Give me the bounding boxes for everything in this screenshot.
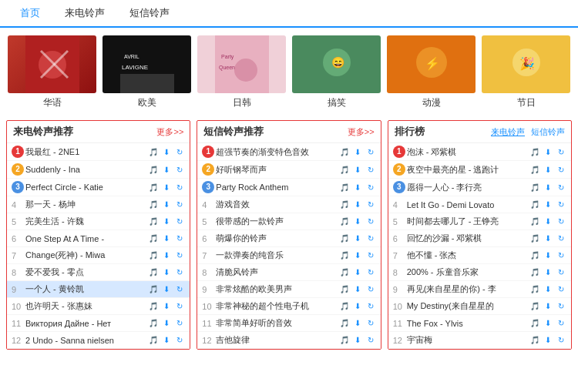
download-icon[interactable]: ⬇ xyxy=(161,318,172,329)
listen-icon[interactable]: 🎵 xyxy=(529,335,540,346)
download-icon[interactable]: ⬇ xyxy=(352,164,363,175)
refresh-icon[interactable]: ↻ xyxy=(174,318,185,329)
ranking-tab-ringtone[interactable]: 来电铃声 xyxy=(491,126,525,138)
listen-icon[interactable]: 🎵 xyxy=(148,199,159,210)
listen-icon[interactable]: 🎵 xyxy=(339,335,350,346)
refresh-icon[interactable]: ↻ xyxy=(365,250,376,261)
refresh-icon[interactable]: ↻ xyxy=(365,182,376,193)
download-icon[interactable]: ⬇ xyxy=(161,146,172,157)
listen-icon[interactable]: 🎵 xyxy=(529,182,540,193)
category-oumei[interactable]: AVRILLAVIGNE 欧美 xyxy=(102,35,191,109)
download-icon[interactable]: ⬇ xyxy=(161,216,172,227)
category-dongman[interactable]: ⚡ 动漫 xyxy=(387,35,476,109)
tab-home[interactable]: 首页 xyxy=(8,0,52,28)
refresh-icon[interactable]: ↻ xyxy=(365,146,376,157)
download-icon[interactable]: ⬇ xyxy=(543,284,553,295)
listen-icon[interactable]: 🎵 xyxy=(339,250,350,261)
download-icon[interactable]: ⬇ xyxy=(161,335,172,346)
refresh-icon[interactable]: ↻ xyxy=(365,335,376,346)
refresh-icon[interactable]: ↻ xyxy=(556,199,566,210)
listen-icon[interactable]: 🎵 xyxy=(529,318,540,329)
download-icon[interactable]: ⬇ xyxy=(352,199,363,210)
refresh-icon[interactable]: ↻ xyxy=(556,318,566,329)
listen-icon[interactable]: 🎵 xyxy=(148,335,159,346)
download-icon[interactable]: ⬇ xyxy=(161,164,172,175)
download-icon[interactable]: ⬇ xyxy=(352,335,363,346)
refresh-icon[interactable]: ↻ xyxy=(174,267,185,278)
listen-icon[interactable]: 🎵 xyxy=(339,199,350,210)
listen-icon[interactable]: 🎵 xyxy=(529,216,540,227)
listen-icon[interactable]: 🎵 xyxy=(148,284,159,295)
download-icon[interactable]: ⬇ xyxy=(352,146,363,157)
refresh-icon[interactable]: ↻ xyxy=(174,250,185,261)
download-icon[interactable]: ⬇ xyxy=(543,233,553,244)
download-icon[interactable]: ⬇ xyxy=(543,199,553,210)
refresh-icon[interactable]: ↻ xyxy=(556,301,566,312)
listen-icon[interactable]: 🎵 xyxy=(339,267,350,278)
refresh-icon[interactable]: ↻ xyxy=(365,233,376,244)
refresh-icon[interactable]: ↻ xyxy=(174,199,185,210)
refresh-icon[interactable]: ↻ xyxy=(174,182,185,193)
refresh-icon[interactable]: ↻ xyxy=(556,250,566,261)
listen-icon[interactable]: 🎵 xyxy=(339,318,350,329)
download-icon[interactable]: ⬇ xyxy=(352,250,363,261)
category-gaoxiao[interactable]: 😄 搞笑 xyxy=(292,35,381,109)
listen-icon[interactable]: 🎵 xyxy=(339,233,350,244)
listen-icon[interactable]: 🎵 xyxy=(529,146,540,157)
download-icon[interactable]: ⬇ xyxy=(161,250,172,261)
refresh-icon[interactable]: ↻ xyxy=(174,284,185,295)
listen-icon[interactable]: 🎵 xyxy=(339,284,350,295)
refresh-icon[interactable]: ↻ xyxy=(174,233,185,244)
download-icon[interactable]: ⬇ xyxy=(543,335,553,346)
refresh-icon[interactable]: ↻ xyxy=(556,146,566,157)
download-icon[interactable]: ⬇ xyxy=(352,318,363,329)
listen-icon[interactable]: 🎵 xyxy=(148,164,159,175)
category-jieri[interactable]: 🎉 节日 xyxy=(482,35,570,109)
refresh-icon[interactable]: ↻ xyxy=(556,182,566,193)
ranking-tab-sms[interactable]: 短信铃声 xyxy=(531,126,565,138)
download-icon[interactable]: ⬇ xyxy=(543,267,553,278)
listen-icon[interactable]: 🎵 xyxy=(148,301,159,312)
sms-more-btn[interactable]: 更多>> xyxy=(348,126,375,138)
refresh-icon[interactable]: ↻ xyxy=(174,335,185,346)
refresh-icon[interactable]: ↻ xyxy=(556,233,566,244)
refresh-icon[interactable]: ↻ xyxy=(556,284,566,295)
tab-sms[interactable]: 短信铃声 xyxy=(117,0,182,26)
download-icon[interactable]: ⬇ xyxy=(543,164,553,175)
download-icon[interactable]: ⬇ xyxy=(161,267,172,278)
refresh-icon[interactable]: ↻ xyxy=(365,284,376,295)
refresh-icon[interactable]: ↻ xyxy=(365,267,376,278)
download-icon[interactable]: ⬇ xyxy=(161,199,172,210)
download-icon[interactable]: ⬇ xyxy=(543,301,553,312)
listen-icon[interactable]: 🎵 xyxy=(148,146,159,157)
listen-icon[interactable]: 🎵 xyxy=(339,164,350,175)
listen-icon[interactable]: 🎵 xyxy=(339,301,350,312)
download-icon[interactable]: ⬇ xyxy=(352,233,363,244)
listen-icon[interactable]: 🎵 xyxy=(148,216,159,227)
tab-ringtone[interactable]: 来电铃声 xyxy=(52,0,117,26)
listen-icon[interactable]: 🎵 xyxy=(529,233,540,244)
download-icon[interactable]: ⬇ xyxy=(352,301,363,312)
listen-icon[interactable]: 🎵 xyxy=(148,233,159,244)
category-huayu[interactable]: 华语 xyxy=(8,35,96,109)
download-icon[interactable]: ⬇ xyxy=(161,233,172,244)
category-rihan[interactable]: PartyQueen 日韩 xyxy=(197,35,286,109)
listen-icon[interactable]: 🎵 xyxy=(339,216,350,227)
download-icon[interactable]: ⬇ xyxy=(161,182,172,193)
refresh-icon[interactable]: ↻ xyxy=(174,164,185,175)
download-icon[interactable]: ⬇ xyxy=(161,284,172,295)
refresh-icon[interactable]: ↻ xyxy=(365,301,376,312)
refresh-icon[interactable]: ↻ xyxy=(174,146,185,157)
refresh-icon[interactable]: ↻ xyxy=(365,318,376,329)
download-icon[interactable]: ⬇ xyxy=(352,182,363,193)
listen-icon[interactable]: 🎵 xyxy=(339,182,350,193)
refresh-icon[interactable]: ↻ xyxy=(556,267,566,278)
refresh-icon[interactable]: ↻ xyxy=(174,301,185,312)
listen-icon[interactable]: 🎵 xyxy=(529,164,540,175)
listen-icon[interactable]: 🎵 xyxy=(529,301,540,312)
ringtone-more-btn[interactable]: 更多>> xyxy=(156,126,183,138)
listen-icon[interactable]: 🎵 xyxy=(148,267,159,278)
refresh-icon[interactable]: ↻ xyxy=(365,216,376,227)
refresh-icon[interactable]: ↻ xyxy=(365,199,376,210)
download-icon[interactable]: ⬇ xyxy=(543,250,553,261)
